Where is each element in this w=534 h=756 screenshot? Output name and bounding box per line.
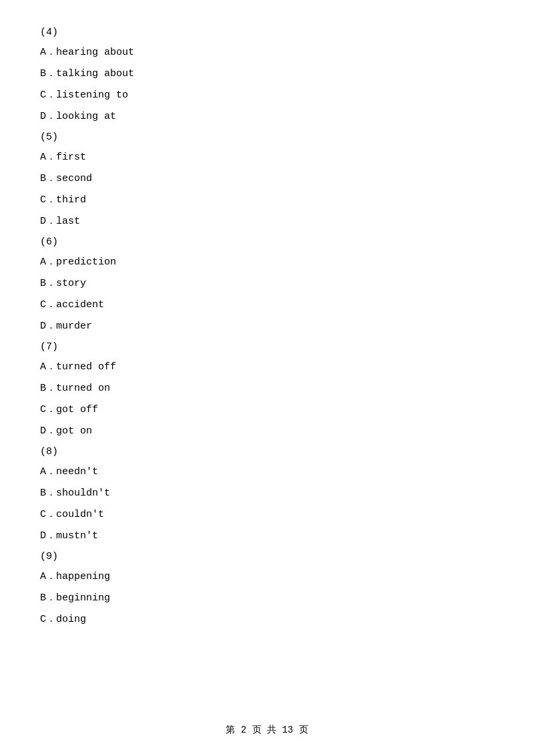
option-item-3-2: C．got off: [40, 402, 494, 418]
page-content: (4)A．hearing aboutB．talking aboutC．liste…: [0, 0, 534, 673]
option-item-5-2: C．doing: [40, 612, 494, 628]
option-item-0-1: B．talking about: [40, 66, 494, 82]
option-item-2-0: A．prediction: [40, 254, 494, 270]
section-number-4: (8): [40, 446, 494, 457]
option-item-1-0: A．first: [40, 150, 494, 166]
option-item-5-1: B．beginning: [40, 590, 494, 606]
option-item-2-1: B．story: [40, 276, 494, 292]
option-item-1-2: C．third: [40, 192, 494, 208]
section-number-3: (7): [40, 341, 494, 353]
option-item-3-0: A．turned off: [40, 359, 494, 375]
option-item-1-3: D．last: [40, 214, 494, 230]
option-item-3-1: B．turned on: [40, 381, 494, 397]
option-item-5-0: A．happening: [40, 569, 494, 585]
option-item-4-1: B．shouldn't: [40, 486, 494, 502]
section-number-0: (4): [40, 27, 494, 38]
option-item-4-0: A．needn't: [40, 464, 494, 480]
footer-text: 第 2 页 共 13 页: [226, 725, 308, 735]
option-item-0-2: C．listening to: [40, 87, 494, 104]
section-number-5: (9): [40, 551, 494, 562]
option-item-0-0: A．hearing about: [40, 45, 494, 61]
option-item-1-1: B．second: [40, 171, 494, 187]
page-footer: 第 2 页 共 13 页: [0, 724, 534, 736]
option-item-2-2: C．accident: [40, 297, 494, 313]
option-item-0-3: D．looking at: [40, 109, 494, 125]
option-item-2-3: D．murder: [40, 319, 494, 335]
option-item-4-2: C．couldn't: [40, 507, 494, 523]
option-item-4-3: D．mustn't: [40, 528, 494, 544]
section-number-1: (5): [40, 132, 494, 143]
section-number-2: (6): [40, 236, 494, 248]
option-item-3-3: D．got on: [40, 423, 494, 439]
